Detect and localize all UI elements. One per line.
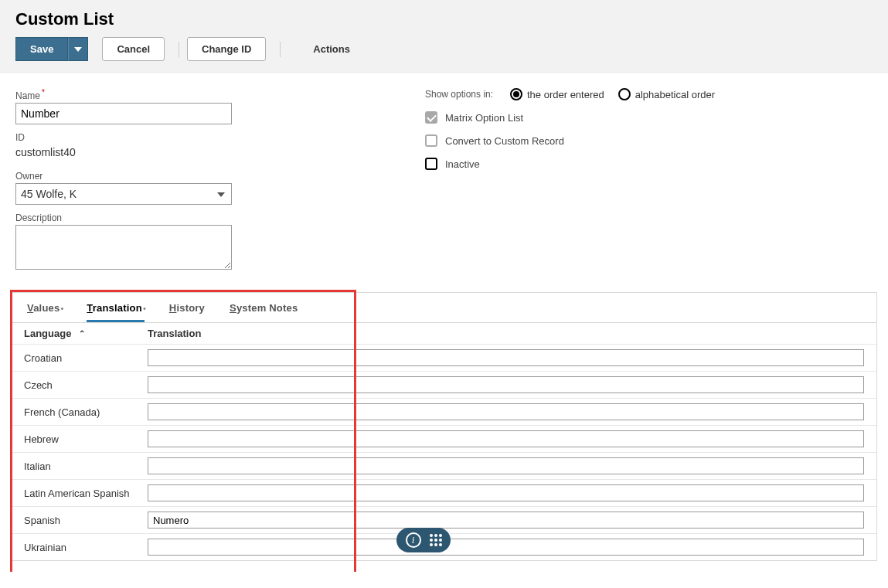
translation-input[interactable]: [148, 457, 864, 474]
actions-menu[interactable]: Actions: [313, 43, 350, 55]
radio-order-entered-label: the order entered: [527, 89, 604, 100]
table-row: Croatian: [12, 344, 876, 371]
show-options-row: Show options in: the order entered alpha…: [425, 88, 873, 100]
matrix-label: Matrix Option List: [445, 112, 523, 124]
grid-dots-icon: [430, 534, 442, 546]
translation-cell: [148, 484, 864, 501]
separator: [179, 42, 179, 57]
grid-header: Language ⌃ Translation: [12, 323, 876, 344]
convert-row: Convert to Custom Record: [425, 134, 873, 147]
translation-input[interactable]: [148, 430, 864, 447]
inactive-checkbox[interactable]: [425, 158, 437, 170]
translation-input[interactable]: [148, 539, 864, 556]
language-cell: Croatian: [24, 352, 148, 364]
left-column: Name ID customlist40 Owner 45 Wolfe, K D…: [15, 88, 402, 280]
radio-order-entered[interactable]: [510, 88, 522, 100]
table-row: Czech: [12, 371, 876, 398]
page-title: Custom List: [15, 9, 873, 29]
translation-input[interactable]: [148, 376, 864, 393]
language-cell: Spanish: [24, 515, 148, 526]
description-textarea[interactable]: [15, 225, 232, 270]
grid-body: CroatianCzechFrench (Canada)HebrewItalia…: [12, 344, 876, 560]
description-label: Description: [15, 212, 402, 223]
translation-cell: [148, 403, 864, 420]
page-header: Custom List Save Cancel Change ID Action…: [0, 0, 888, 73]
tab-history[interactable]: History: [169, 302, 205, 322]
caret-down-icon: [74, 47, 82, 52]
language-cell: Czech: [24, 379, 148, 391]
translation-input[interactable]: [148, 403, 864, 420]
help-widget[interactable]: i: [396, 528, 451, 552]
name-label: Name: [15, 88, 402, 101]
table-row: Latin American Spanish: [12, 479, 876, 506]
owner-label: Owner: [15, 171, 402, 182]
convert-label: Convert to Custom Record: [445, 135, 564, 147]
translation-grid: Language ⌃ Translation CroatianCzechFren…: [12, 322, 876, 560]
translation-cell: [148, 376, 864, 393]
table-row: Italian: [12, 452, 876, 479]
inactive-row: Inactive: [425, 158, 873, 170]
form-body: Name ID customlist40 Owner 45 Wolfe, K D…: [0, 73, 888, 292]
translation-input[interactable]: [148, 512, 864, 529]
table-row: Hebrew: [12, 425, 876, 452]
matrix-checkbox[interactable]: [425, 111, 437, 124]
col-language-header[interactable]: Language ⌃: [24, 328, 148, 339]
convert-checkbox[interactable]: [425, 134, 437, 147]
tab-system-notes[interactable]: System Notes: [230, 302, 298, 322]
toolbar: Save Cancel Change ID Actions: [15, 37, 873, 61]
language-cell: French (Canada): [24, 406, 148, 418]
language-cell: Hebrew: [24, 433, 148, 445]
language-cell: Ukrainian: [24, 542, 148, 553]
id-label: ID: [15, 132, 402, 143]
tab-values[interactable]: Values: [27, 302, 62, 322]
save-button[interactable]: Save: [15, 37, 68, 61]
radio-alphabetical-label: alphabetical order: [635, 89, 715, 100]
inactive-label: Inactive: [445, 158, 480, 170]
radio-alphabetical[interactable]: [618, 88, 631, 100]
translation-input[interactable]: [148, 349, 864, 366]
save-dropdown-button[interactable]: [68, 37, 88, 61]
change-id-button[interactable]: Change ID: [187, 37, 266, 61]
col-translation-header[interactable]: Translation: [148, 328, 864, 339]
name-input[interactable]: [15, 103, 232, 124]
subtab-bar: Values Translation History System Notes: [12, 293, 876, 322]
owner-value: 45 Wolfe, K: [21, 188, 77, 200]
language-cell: Latin American Spanish: [24, 488, 148, 499]
language-cell: Italian: [24, 461, 148, 472]
show-options-label: Show options in:: [425, 89, 510, 100]
translation-cell: [148, 349, 864, 366]
owner-select[interactable]: 45 Wolfe, K: [15, 183, 232, 205]
cancel-button[interactable]: Cancel: [102, 37, 165, 61]
right-column: Show options in: the order entered alpha…: [402, 88, 873, 280]
tab-translation[interactable]: Translation: [87, 302, 144, 322]
translation-cell: [148, 512, 864, 529]
table-row: French (Canada): [12, 398, 876, 425]
sort-asc-icon: ⌃: [79, 329, 85, 338]
translation-cell: [148, 539, 864, 556]
translation-cell: [148, 430, 864, 447]
subtabs-section: Values Translation History System Notes …: [11, 292, 877, 561]
id-value: customlist40: [15, 144, 402, 163]
info-icon: i: [406, 532, 421, 548]
matrix-option-row: Matrix Option List: [425, 111, 873, 124]
translation-input[interactable]: [148, 484, 864, 501]
separator: [280, 42, 281, 57]
translation-cell: [148, 457, 864, 474]
save-button-group: Save: [15, 37, 88, 61]
